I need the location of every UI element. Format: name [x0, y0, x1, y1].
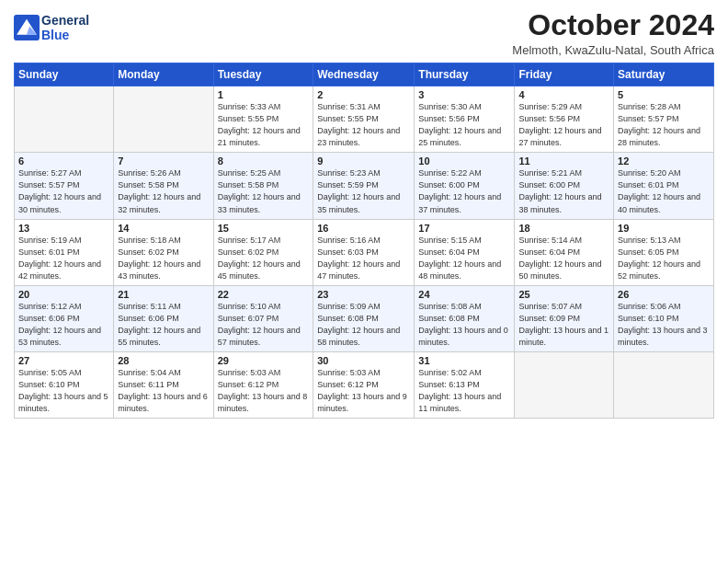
calendar-week-row: 13Sunrise: 5:19 AM Sunset: 6:01 PM Dayli…	[15, 219, 714, 285]
day-info: Sunrise: 5:02 AM Sunset: 6:13 PM Dayligh…	[418, 367, 510, 415]
day-number: 19	[618, 223, 710, 234]
table-row: 24Sunrise: 5:08 AM Sunset: 6:08 PM Dayli…	[415, 285, 515, 351]
header-wednesday: Wednesday	[313, 63, 415, 86]
day-number: 6	[18, 155, 109, 167]
day-info: Sunrise: 5:23 AM Sunset: 5:59 PM Dayligh…	[317, 167, 410, 215]
table-row: 31Sunrise: 5:02 AM Sunset: 6:13 PM Dayli…	[415, 351, 515, 418]
day-info: Sunrise: 5:26 AM Sunset: 5:58 PM Dayligh…	[118, 167, 209, 215]
table-row: 17Sunrise: 5:15 AM Sunset: 6:04 PM Dayli…	[415, 219, 515, 285]
day-info: Sunrise: 5:17 AM Sunset: 6:02 PM Dayligh…	[218, 235, 310, 282]
day-number: 18	[518, 223, 609, 234]
table-row: 13Sunrise: 5:19 AM Sunset: 6:01 PM Dayli…	[15, 219, 114, 285]
logo-icon	[14, 15, 40, 40]
header-thursday: Thursday	[415, 63, 515, 86]
day-number: 4	[518, 89, 609, 100]
table-row: 23Sunrise: 5:09 AM Sunset: 6:08 PM Dayli…	[313, 285, 415, 351]
table-row	[114, 86, 213, 153]
table-row: 18Sunrise: 5:14 AM Sunset: 6:04 PM Dayli…	[515, 219, 614, 285]
day-number: 15	[218, 223, 310, 234]
day-info: Sunrise: 5:12 AM Sunset: 6:06 PM Dayligh…	[18, 301, 109, 349]
location: Melmoth, KwaZulu-Natal, South Africa	[512, 43, 714, 57]
logo: General Blue	[14, 13, 89, 42]
day-info: Sunrise: 5:20 AM Sunset: 6:01 PM Dayligh…	[618, 167, 710, 215]
table-row: 22Sunrise: 5:10 AM Sunset: 6:07 PM Dayli…	[213, 285, 313, 351]
day-number: 10	[418, 155, 510, 167]
day-info: Sunrise: 5:28 AM Sunset: 5:57 PM Dayligh…	[618, 101, 710, 149]
calendar-week-row: 1Sunrise: 5:33 AM Sunset: 5:55 PM Daylig…	[15, 86, 714, 153]
day-info: Sunrise: 5:14 AM Sunset: 6:04 PM Dayligh…	[518, 235, 609, 282]
day-number: 31	[418, 355, 510, 366]
day-info: Sunrise: 5:22 AM Sunset: 6:00 PM Dayligh…	[418, 167, 510, 215]
table-row: 15Sunrise: 5:17 AM Sunset: 6:02 PM Dayli…	[213, 219, 313, 285]
table-row: 9Sunrise: 5:23 AM Sunset: 5:59 PM Daylig…	[313, 153, 415, 219]
table-row: 8Sunrise: 5:25 AM Sunset: 5:58 PM Daylig…	[213, 153, 313, 219]
day-number: 28	[118, 355, 209, 366]
table-row: 6Sunrise: 5:27 AM Sunset: 5:57 PM Daylig…	[15, 153, 114, 219]
day-info: Sunrise: 5:03 AM Sunset: 6:12 PM Dayligh…	[317, 367, 410, 415]
table-row: 25Sunrise: 5:07 AM Sunset: 6:09 PM Dayli…	[515, 285, 614, 351]
day-number: 22	[218, 289, 310, 300]
table-row: 30Sunrise: 5:03 AM Sunset: 6:12 PM Dayli…	[313, 351, 415, 418]
day-number: 29	[218, 355, 310, 366]
table-row	[614, 351, 714, 418]
header-monday: Monday	[114, 63, 213, 86]
day-info: Sunrise: 5:16 AM Sunset: 6:03 PM Dayligh…	[317, 235, 410, 282]
header: General Blue October 2024 Melmoth, KwaZu…	[14, 9, 714, 57]
day-info: Sunrise: 5:27 AM Sunset: 5:57 PM Dayligh…	[18, 167, 109, 215]
day-info: Sunrise: 5:33 AM Sunset: 5:55 PM Dayligh…	[218, 101, 310, 149]
day-number: 27	[18, 355, 109, 366]
day-number: 21	[118, 289, 209, 300]
day-number: 26	[618, 289, 710, 300]
table-row: 29Sunrise: 5:03 AM Sunset: 6:12 PM Dayli…	[213, 351, 313, 418]
day-info: Sunrise: 5:04 AM Sunset: 6:11 PM Dayligh…	[118, 367, 209, 415]
day-info: Sunrise: 5:30 AM Sunset: 5:56 PM Dayligh…	[418, 101, 510, 149]
day-info: Sunrise: 5:08 AM Sunset: 6:08 PM Dayligh…	[418, 301, 510, 349]
day-number: 9	[317, 155, 410, 167]
day-number: 2	[317, 89, 410, 100]
table-row: 7Sunrise: 5:26 AM Sunset: 5:58 PM Daylig…	[114, 153, 213, 219]
day-info: Sunrise: 5:09 AM Sunset: 6:08 PM Dayligh…	[317, 301, 410, 349]
table-row: 12Sunrise: 5:20 AM Sunset: 6:01 PM Dayli…	[614, 153, 714, 219]
day-number: 1	[218, 89, 310, 100]
day-info: Sunrise: 5:10 AM Sunset: 6:07 PM Dayligh…	[218, 301, 310, 349]
header-friday: Friday	[515, 63, 614, 86]
header-tuesday: Tuesday	[213, 63, 313, 86]
table-row: 20Sunrise: 5:12 AM Sunset: 6:06 PM Dayli…	[15, 285, 114, 351]
logo-text: General Blue	[41, 13, 89, 42]
table-row: 5Sunrise: 5:28 AM Sunset: 5:57 PM Daylig…	[614, 86, 714, 153]
table-row: 27Sunrise: 5:05 AM Sunset: 6:10 PM Dayli…	[15, 351, 114, 418]
calendar-week-row: 6Sunrise: 5:27 AM Sunset: 5:57 PM Daylig…	[15, 153, 714, 219]
header-right: October 2024 Melmoth, KwaZulu-Natal, Sou…	[512, 9, 714, 57]
table-row: 2Sunrise: 5:31 AM Sunset: 5:55 PM Daylig…	[313, 86, 415, 153]
header-saturday: Saturday	[614, 63, 714, 86]
day-info: Sunrise: 5:21 AM Sunset: 6:00 PM Dayligh…	[518, 167, 609, 215]
day-number: 17	[418, 223, 510, 234]
day-number: 23	[317, 289, 410, 300]
day-number: 7	[118, 155, 209, 167]
calendar-week-row: 27Sunrise: 5:05 AM Sunset: 6:10 PM Dayli…	[15, 351, 714, 418]
day-info: Sunrise: 5:11 AM Sunset: 6:06 PM Dayligh…	[118, 301, 209, 349]
day-number: 20	[18, 289, 109, 300]
day-number: 16	[317, 223, 410, 234]
table-row	[15, 86, 114, 153]
day-info: Sunrise: 5:07 AM Sunset: 6:09 PM Dayligh…	[518, 301, 609, 349]
day-info: Sunrise: 5:25 AM Sunset: 5:58 PM Dayligh…	[218, 167, 310, 215]
day-number: 25	[518, 289, 609, 300]
header-sunday: Sunday	[15, 63, 114, 86]
table-row: 28Sunrise: 5:04 AM Sunset: 6:11 PM Dayli…	[114, 351, 213, 418]
table-row: 11Sunrise: 5:21 AM Sunset: 6:00 PM Dayli…	[515, 153, 614, 219]
day-info: Sunrise: 5:03 AM Sunset: 6:12 PM Dayligh…	[218, 367, 310, 415]
day-info: Sunrise: 5:31 AM Sunset: 5:55 PM Dayligh…	[317, 101, 410, 149]
month-title: October 2024	[512, 9, 714, 41]
page: General Blue October 2024 Melmoth, KwaZu…	[0, 0, 728, 563]
day-number: 24	[418, 289, 510, 300]
table-row: 26Sunrise: 5:06 AM Sunset: 6:10 PM Dayli…	[614, 285, 714, 351]
calendar: Sunday Monday Tuesday Wednesday Thursday…	[14, 63, 714, 419]
day-number: 14	[118, 223, 209, 234]
table-row: 14Sunrise: 5:18 AM Sunset: 6:02 PM Dayli…	[114, 219, 213, 285]
table-row: 1Sunrise: 5:33 AM Sunset: 5:55 PM Daylig…	[213, 86, 313, 153]
day-info: Sunrise: 5:13 AM Sunset: 6:05 PM Dayligh…	[618, 235, 710, 282]
table-row: 10Sunrise: 5:22 AM Sunset: 6:00 PM Dayli…	[415, 153, 515, 219]
day-number: 12	[618, 155, 710, 167]
day-number: 11	[518, 155, 609, 167]
